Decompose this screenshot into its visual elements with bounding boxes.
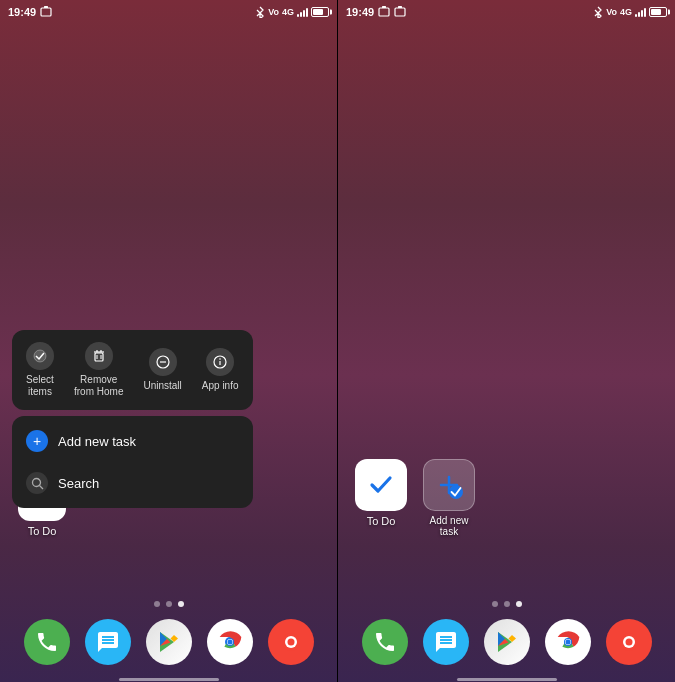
right-battery-icon [649,7,667,17]
right-nav-bar [338,678,675,682]
right-4g-icon: 4G [620,7,632,17]
svg-point-22 [227,640,232,645]
right-screenshot-icon [378,6,390,18]
context-actions-bar: Selectitems Removefrom Home [12,330,253,410]
add-new-task-shortcut[interactable]: + Add new task [12,420,253,462]
dock-screenrecord-icon[interactable] [268,619,314,665]
dot-3 [178,601,184,607]
svg-line-30 [595,10,598,13]
left-time: 19:49 [8,6,52,18]
4g-icon: 4G [282,7,294,17]
add-new-task-label: Add new task [58,434,136,449]
svg-point-14 [219,358,221,360]
bluetooth-icon [255,6,265,18]
svg-point-41 [625,639,632,646]
right-time-display: 19:49 [346,6,374,18]
svg-point-3 [34,350,46,362]
left-nav-bar [0,678,337,682]
context-menu: Selectitems Removefrom Home [12,330,253,508]
dock-playstore-icon[interactable] [146,619,192,665]
left-page-dots [0,601,337,607]
svg-rect-4 [95,353,103,361]
plus-icon: + [26,430,48,452]
minus-circle-icon [149,348,177,376]
svg-rect-27 [382,6,386,8]
left-screen: 19:49 Vo 4G [0,0,337,682]
right-dock-playstore-icon[interactable] [484,619,530,665]
right-dock-messages-icon[interactable] [423,619,469,665]
left-status-icons: Vo 4G [255,6,329,18]
right-todo-label: To Do [367,515,396,527]
dock-messages-icon[interactable] [85,619,131,665]
checkmark-icon [26,342,54,370]
right-page-dots [338,601,675,607]
right-screen: 19:49 Vo 4G [338,0,675,682]
remove-home-label: Removefrom Home [74,374,123,398]
right-volte-icon: Vo [606,7,617,17]
svg-point-15 [32,478,40,486]
right-bluetooth-icon [593,6,603,18]
search-label: Search [58,476,99,491]
trash-icon [85,342,113,370]
right-dock-phone-icon[interactable] [362,619,408,665]
volte-icon: Vo [268,7,279,17]
signal-icon [297,7,308,17]
info-icon [206,348,234,376]
left-status-bar: 19:49 Vo 4G [0,0,337,24]
todo-app-label: To Do [28,525,57,537]
right-home-icons: To Do Add newtask [338,459,675,537]
right-dot-3 [516,601,522,607]
app-info-button[interactable]: App info [192,338,249,402]
svg-rect-1 [44,6,48,8]
right-dock-chrome-icon[interactable] [545,619,591,665]
right-dock [338,612,675,672]
svg-point-25 [287,639,294,646]
uninstall-label: Uninstall [143,380,181,392]
add-task-icon[interactable] [423,459,475,511]
select-items-label: Selectitems [26,374,54,398]
dot-2 [166,601,172,607]
dock-phone-icon[interactable] [24,619,70,665]
right-todo-icon[interactable] [355,459,407,511]
svg-rect-0 [41,8,51,16]
select-items-button[interactable]: Selectitems [16,338,64,402]
svg-rect-29 [398,6,402,8]
right-status-icons: Vo 4G [593,6,667,18]
search-icon [26,472,48,494]
right-screenshot2-icon [394,6,406,18]
search-shortcut[interactable]: Search [12,462,253,504]
right-dock-screenrecord-icon[interactable] [606,619,652,665]
dot-1 [154,601,160,607]
time-display: 19:49 [8,6,36,18]
add-task-label: Add newtask [430,515,469,537]
right-dot-1 [492,601,498,607]
right-todo-wrapper[interactable]: To Do [350,459,412,537]
svg-line-16 [39,485,43,489]
right-nav-pill [457,678,557,681]
right-signal-icon [635,7,646,17]
add-task-wrapper[interactable]: Add newtask [418,459,480,537]
right-bg [338,0,675,682]
uninstall-button[interactable]: Uninstall [133,338,191,402]
svg-point-38 [565,640,570,645]
right-dot-2 [504,601,510,607]
remove-from-home-button[interactable]: Removefrom Home [64,338,133,402]
left-dock [0,612,337,672]
left-nav-pill [119,678,219,681]
app-info-label: App info [202,380,239,392]
dock-chrome-icon[interactable] [207,619,253,665]
svg-line-2 [257,10,260,13]
context-shortcuts: + Add new task Search [12,416,253,508]
screenshot-icon [40,6,52,18]
svg-rect-28 [395,8,405,16]
battery-icon [311,7,329,17]
svg-rect-26 [379,8,389,16]
right-status-bar: 19:49 Vo 4G [338,0,675,24]
right-time: 19:49 [346,6,406,18]
